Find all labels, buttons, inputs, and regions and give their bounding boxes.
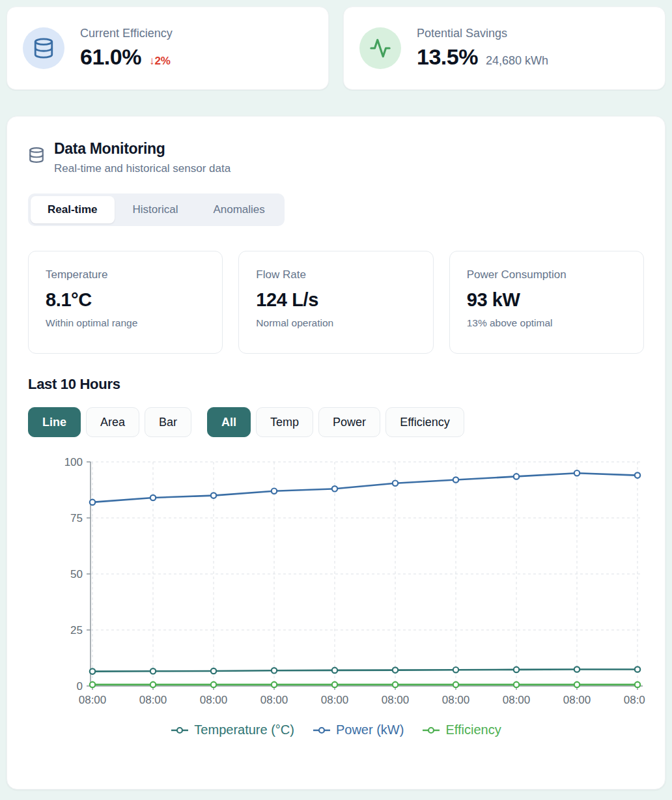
database-icon bbox=[28, 145, 45, 167]
page-title: Data Monitoring bbox=[54, 140, 231, 158]
metric-row: Temperature 8.1°C Within optimal range F… bbox=[28, 251, 644, 354]
series-power-button[interactable]: Power bbox=[318, 407, 380, 437]
data-monitoring-card: Data Monitoring Real-time and historical… bbox=[7, 116, 665, 790]
tab-bar: Real-time Historical Anomalies bbox=[28, 193, 285, 226]
line-chart[interactable]: 025507510008:0008:0008:0008:0008:0008:00… bbox=[28, 449, 644, 712]
metric-value: 124 L/s bbox=[256, 289, 415, 311]
metric-card-temperature: Temperature 8.1°C Within optimal range bbox=[28, 251, 223, 354]
metric-value: 8.1°C bbox=[46, 289, 205, 311]
legend-item-power-kw-: Power (kW) bbox=[313, 722, 404, 737]
svg-text:08:00: 08:00 bbox=[563, 694, 591, 706]
metric-label: Power Consumption bbox=[467, 268, 626, 281]
series-temperature-c- bbox=[90, 666, 640, 674]
metric-label: Flow Rate bbox=[256, 268, 415, 281]
activity-icon bbox=[359, 27, 401, 69]
metric-card-flow-rate: Flow Rate 124 L/s Normal operation bbox=[238, 251, 433, 354]
stat-value: 61.0% bbox=[80, 44, 141, 70]
svg-text:08:00: 08:00 bbox=[624, 694, 645, 706]
svg-text:0: 0 bbox=[77, 680, 83, 693]
legend-label: Power (kW) bbox=[336, 722, 404, 737]
metric-status: Within optimal range bbox=[46, 317, 205, 329]
chart-type-bar-button[interactable]: Bar bbox=[145, 407, 191, 437]
chart-grid bbox=[91, 462, 643, 686]
stat-value: 13.5% bbox=[417, 44, 478, 70]
chart-type-line-button[interactable]: Line bbox=[28, 407, 81, 437]
chart-legend: Temperature (°C)Power (kW)Efficiency bbox=[28, 722, 644, 737]
metric-card-power-consumption: Power Consumption 93 kW 13% above optima… bbox=[449, 251, 644, 354]
chart-svg: 025507510008:0008:0008:0008:0008:0008:00… bbox=[28, 449, 645, 709]
series-efficiency-button[interactable]: Efficiency bbox=[385, 407, 464, 437]
legend-label: Temperature (°C) bbox=[194, 722, 294, 737]
series-efficiency bbox=[90, 682, 640, 687]
svg-text:25: 25 bbox=[70, 624, 83, 636]
metric-value: 93 kW bbox=[467, 289, 626, 311]
section-title-last-10-hours: Last 10 Hours bbox=[28, 376, 644, 393]
tab-real-time[interactable]: Real-time bbox=[31, 196, 115, 223]
svg-text:100: 100 bbox=[64, 456, 83, 468]
svg-text:08:00: 08:00 bbox=[79, 694, 107, 706]
stat-card-row: Current Efficiency 61.0% ↓2% Potential S… bbox=[0, 0, 672, 90]
chart-type-area-button[interactable]: Area bbox=[86, 407, 139, 437]
series-all-button[interactable]: All bbox=[207, 407, 251, 437]
legend-label: Efficiency bbox=[445, 722, 501, 737]
legend-item-temperature-c-: Temperature (°C) bbox=[171, 722, 294, 737]
stat-delta: ↓2% bbox=[149, 55, 171, 68]
legend-item-efficiency: Efficiency bbox=[422, 722, 501, 737]
database-icon bbox=[23, 27, 64, 69]
page-subtitle: Real-time and historical sensor data bbox=[54, 162, 231, 175]
svg-text:50: 50 bbox=[70, 568, 83, 580]
svg-text:08:00: 08:00 bbox=[200, 694, 228, 706]
tab-anomalies[interactable]: Anomalies bbox=[196, 196, 281, 223]
svg-text:08:00: 08:00 bbox=[382, 694, 410, 706]
card-header: Data Monitoring Real-time and historical… bbox=[28, 140, 644, 175]
svg-text:75: 75 bbox=[70, 512, 83, 524]
stat-detail: 24,680 kWh bbox=[486, 54, 548, 68]
series-temp-button[interactable]: Temp bbox=[256, 407, 313, 437]
series-power-kw- bbox=[90, 470, 640, 505]
stat-label: Potential Savings bbox=[417, 27, 548, 40]
tab-historical[interactable]: Historical bbox=[116, 196, 195, 223]
legend-marker-icon bbox=[422, 726, 440, 734]
chart-controls: Line Area Bar All Temp Power Efficiency bbox=[28, 407, 644, 437]
metric-status: Normal operation bbox=[256, 317, 415, 329]
stat-card-current-efficiency: Current Efficiency 61.0% ↓2% bbox=[7, 7, 329, 90]
stat-card-potential-savings: Potential Savings 13.5% 24,680 kWh bbox=[343, 7, 665, 90]
svg-text:08:00: 08:00 bbox=[503, 694, 531, 706]
svg-text:08:00: 08:00 bbox=[260, 694, 288, 706]
svg-text:08:00: 08:00 bbox=[139, 694, 167, 706]
metric-status: 13% above optimal bbox=[467, 317, 626, 329]
svg-text:08:00: 08:00 bbox=[442, 694, 470, 706]
series-filter-group: All Temp Power Efficiency bbox=[207, 407, 464, 437]
chart-type-group: Line Area Bar bbox=[28, 407, 191, 437]
stat-label: Current Efficiency bbox=[80, 27, 173, 40]
metric-label: Temperature bbox=[46, 268, 205, 281]
svg-text:08:00: 08:00 bbox=[321, 694, 349, 706]
legend-marker-icon bbox=[313, 726, 331, 734]
legend-marker-icon bbox=[171, 726, 189, 734]
